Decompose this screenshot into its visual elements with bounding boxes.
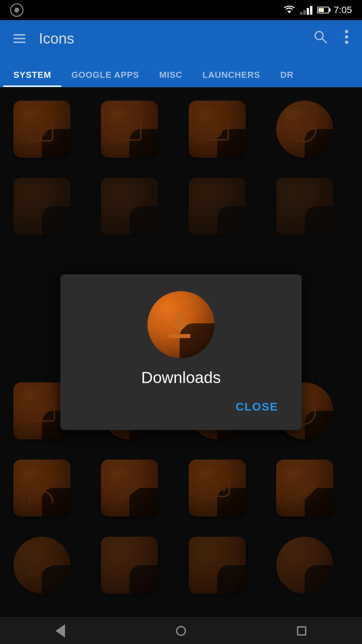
- status-bar-right: ⚡ 7:05: [283, 5, 352, 15]
- status-time: 7:05: [334, 5, 352, 15]
- battery-icon: ⚡: [317, 7, 329, 13]
- tab-misc[interactable]: MISC: [149, 70, 192, 87]
- dialog-overlay: Downloads CLOSE: [0, 87, 362, 617]
- dialog-title: Downloads: [141, 368, 221, 387]
- app-bar: Icons: [0, 20, 362, 57]
- more-vertical-icon: [345, 30, 349, 44]
- downloads-dialog: Downloads CLOSE: [60, 274, 302, 430]
- svg-rect-50: [169, 334, 190, 338]
- tab-system[interactable]: SYSTEM: [3, 70, 61, 87]
- menu-icon: [13, 34, 25, 36]
- svg-point-3: [345, 30, 348, 33]
- svg-point-5: [345, 41, 348, 44]
- camera-indicator-icon: [10, 3, 23, 17]
- back-button[interactable]: [47, 618, 74, 644]
- menu-button[interactable]: [10, 31, 29, 46]
- svg-line-2: [322, 39, 326, 43]
- close-button[interactable]: CLOSE: [229, 397, 285, 417]
- svg-marker-0: [287, 11, 291, 13]
- search-button[interactable]: [310, 26, 331, 51]
- home-button[interactable]: [168, 618, 194, 644]
- tab-google-apps[interactable]: GOOGLE APPS: [61, 70, 149, 87]
- download-arrow-icon: [163, 308, 196, 341]
- wifi-icon: [283, 5, 295, 15]
- svg-point-4: [345, 35, 348, 39]
- recents-button[interactable]: [288, 618, 315, 644]
- dialog-icon-container: [147, 291, 215, 358]
- signal-bars-icon: [300, 5, 312, 15]
- recents-icon: [297, 626, 306, 636]
- menu-icon: [13, 42, 25, 43]
- svg-marker-49: [170, 323, 189, 332]
- downloads-icon: [147, 291, 215, 358]
- main-content: + × − = 1: [0, 87, 362, 617]
- search-icon: [313, 30, 328, 44]
- dialog-close-row: CLOSE: [77, 397, 285, 417]
- tab-launchers[interactable]: LAUNCHERS: [192, 70, 270, 87]
- tab-dr[interactable]: DR: [270, 70, 304, 87]
- more-options-button[interactable]: [341, 26, 352, 51]
- status-bar-left: [10, 3, 23, 17]
- navigation-bar: [0, 617, 362, 644]
- status-bar: ⚡ 7:05: [0, 0, 362, 20]
- back-icon: [56, 624, 65, 638]
- home-icon: [176, 626, 186, 636]
- tabs-bar: SYSTEM GOOGLE APPS MISC LAUNCHERS DR: [0, 57, 362, 87]
- app-title: Icons: [39, 30, 300, 47]
- menu-icon: [13, 38, 25, 39]
